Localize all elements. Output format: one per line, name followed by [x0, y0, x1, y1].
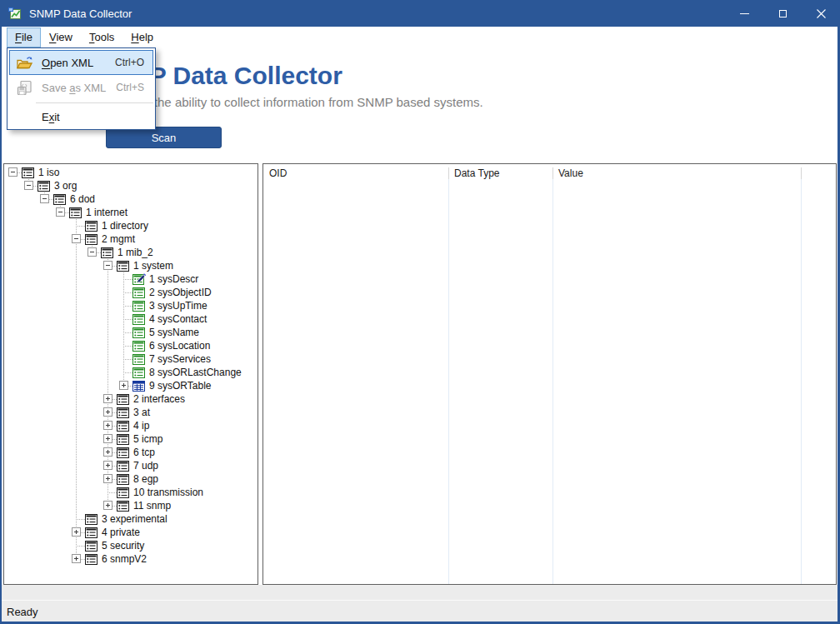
tree-guide-line — [123, 346, 124, 352]
tree-node-7-udp[interactable]: 7 udp — [4, 459, 258, 472]
tree-node-6-snmpv2[interactable]: 6 snmpV2 — [4, 552, 258, 566]
mib-node-icon — [101, 247, 115, 258]
column-separator[interactable] — [801, 167, 802, 584]
save-xml-icon — [13, 80, 35, 96]
mib-node-icon — [117, 260, 131, 272]
tree-node-1-directory[interactable]: 1 directory — [4, 219, 258, 232]
menu-help[interactable]: Help — [122, 27, 162, 47]
app-window: SNMP Data Collector FileViewToolsHelp SN… — [0, 0, 840, 624]
tree-guide-line — [123, 306, 124, 312]
tree-node-label: 6 dod — [70, 194, 95, 205]
collapse-icon[interactable] — [88, 247, 97, 257]
tree-node-5-icmp[interactable]: 5 icmp — [4, 432, 258, 446]
expand-icon[interactable] — [103, 421, 112, 430]
tree-node-2-interfaces[interactable]: 2 interfaces — [4, 392, 258, 406]
tree-node-label: 8 sysORLastChange — [149, 367, 242, 378]
tree-node-1-sysdescr[interactable]: 1 sysDescr — [4, 272, 258, 286]
collapse-icon[interactable] — [8, 167, 18, 177]
expand-icon[interactable] — [103, 447, 112, 457]
tree-node-8-egp[interactable]: 8 egp — [4, 472, 258, 486]
expand-icon[interactable] — [72, 554, 81, 563]
tree-node-1-internet[interactable]: 1 internet — [4, 206, 258, 219]
tree-guide-line — [76, 259, 77, 272]
tree-node-label: 1 system — [133, 261, 173, 272]
tree-node-9-sysortable[interactable]: 9 sysORTable — [4, 379, 258, 392]
tree-node-label: 6 sysLocation — [149, 341, 210, 352]
menu-file[interactable]: File — [7, 27, 41, 47]
expand-icon[interactable] — [119, 381, 128, 390]
tree-guide-line — [76, 352, 77, 366]
column-header-value[interactable]: Value — [552, 164, 801, 182]
minimize-button[interactable] — [725, 0, 763, 27]
collapse-icon[interactable] — [103, 261, 112, 270]
menu-item-exit[interactable]: Exit — [9, 106, 153, 127]
expand-icon[interactable] — [103, 407, 112, 417]
tree-node-label: 8 egp — [133, 474, 158, 485]
tree-node-1-mib-2[interactable]: 1 mib_2 — [4, 246, 258, 259]
tree-guide-line — [123, 299, 124, 306]
tree-guide-line — [76, 272, 77, 286]
expand-icon[interactable] — [103, 394, 112, 403]
expand-icon[interactable] — [103, 461, 112, 470]
tree-node-1-system[interactable]: 1 system — [4, 259, 258, 272]
tree-node-3-sysuptime[interactable]: 3 sysUpTime — [4, 299, 258, 312]
mib-node-icon — [85, 220, 99, 232]
tree-guide-line — [76, 286, 77, 299]
tree-node-label: 1 mib_2 — [118, 247, 153, 258]
tree-node-label: 3 org — [54, 181, 77, 192]
menu-view[interactable]: View — [41, 27, 81, 47]
mib-node-icon — [85, 527, 99, 538]
tree-node-7-sysservices[interactable]: 7 sysServices — [4, 352, 258, 366]
column-separator[interactable] — [448, 167, 449, 584]
column-header-oid[interactable]: OID — [263, 164, 448, 182]
tree-node-2-mgmt[interactable]: 2 mgmt — [4, 232, 258, 246]
tree-node-3-at[interactable]: 3 at — [4, 406, 258, 419]
collapse-icon[interactable] — [56, 207, 65, 217]
tree-node-label: 5 sysName — [149, 327, 199, 338]
collapse-icon[interactable] — [72, 234, 81, 243]
expand-icon[interactable] — [103, 501, 112, 510]
minimize-icon — [740, 13, 749, 14]
menu-tools[interactable]: Tools — [81, 27, 122, 47]
column-separator[interactable] — [552, 167, 553, 584]
tree-node-4-syscontact[interactable]: 4 sysContact — [4, 312, 258, 326]
menu-item-open-xml[interactable]: Open XMLCtrl+O — [9, 50, 153, 75]
tree-node-5-sysname[interactable]: 5 sysName — [4, 326, 258, 339]
tree-guide-line — [123, 359, 124, 366]
tree-node-6-dod[interactable]: 6 dod — [4, 192, 258, 206]
close-button[interactable] — [802, 0, 840, 27]
tree-node-6-tcp[interactable]: 6 tcp — [4, 446, 258, 459]
expand-icon[interactable] — [103, 474, 112, 483]
open-folder-icon — [13, 55, 35, 71]
window-border-left — [0, 27, 2, 624]
tree-guide-line — [76, 539, 77, 546]
tree-node-11-snmp[interactable]: 11 snmp — [4, 499, 258, 512]
mib-node-icon — [38, 180, 52, 192]
tree-guide-line — [108, 339, 108, 352]
expand-icon[interactable] — [103, 434, 112, 443]
tree-guide-line — [76, 246, 77, 259]
titlebar: SNMP Data Collector — [0, 0, 840, 27]
tree-node-4-ip[interactable]: 4 ip — [4, 419, 258, 432]
tree-node-2-sysobjectid[interactable]: 2 sysObjectID — [4, 286, 258, 299]
column-header-data-type[interactable]: Data Type — [448, 164, 552, 182]
tree-node-label: 4 sysContact — [149, 314, 207, 325]
tree-node-1-iso[interactable]: 1 iso — [4, 166, 258, 179]
tree-node-5-security[interactable]: 5 security — [4, 539, 258, 552]
collapse-icon[interactable] — [24, 181, 33, 190]
expand-icon[interactable] — [72, 527, 81, 537]
mib-node-icon — [117, 460, 131, 472]
tree-node-10-transmission[interactable]: 10 transmission — [4, 486, 258, 499]
collapse-icon[interactable] — [40, 194, 49, 203]
maximize-button[interactable] — [763, 0, 802, 27]
mib-node-icon — [117, 447, 131, 458]
tree-guide-line — [108, 352, 108, 366]
tree-node-8-sysorlastchange[interactable]: 8 sysORLastChange — [4, 366, 258, 379]
tree-node-3-org[interactable]: 3 org — [4, 179, 258, 192]
tree-node-6-syslocation[interactable]: 6 sysLocation — [4, 339, 258, 352]
mib-node-icon — [117, 500, 131, 512]
tree-node-3-experimental[interactable]: 3 experimental — [4, 512, 258, 526]
tree-node-4-private[interactable]: 4 private — [4, 526, 258, 539]
mib-table-icon — [132, 380, 147, 392]
tree-guide-line — [123, 286, 124, 292]
